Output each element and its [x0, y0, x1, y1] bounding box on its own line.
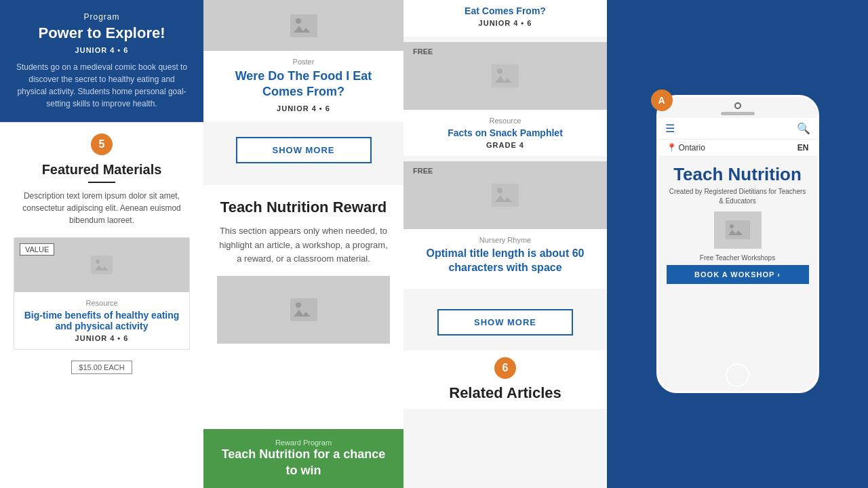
- phone-main-image: [714, 211, 762, 249]
- program-grade: JUNIOR 4 • 6: [14, 46, 190, 54]
- snack-resource-label: Resource: [412, 117, 599, 125]
- nursery-label: Nursery Rhyme: [412, 236, 599, 244]
- top-card-grade: JUNIOR 4 • 6: [410, 16, 600, 31]
- svg-point-3: [296, 18, 301, 24]
- avatar-badge: A: [651, 89, 673, 111]
- svg-rect-6: [492, 64, 519, 87]
- snack-grade: GRADE 4: [412, 141, 599, 149]
- poster-image: [203, 0, 403, 51]
- poster-card: Poster Were Do The Food I Eat Comes From…: [203, 0, 403, 122]
- language-selector[interactable]: EN: [797, 143, 809, 152]
- snack-pamphlet-card: FREE Resource Facts on Snack Pamphlet GR…: [403, 42, 607, 156]
- program-label: Program: [14, 12, 190, 22]
- svg-rect-2: [290, 14, 317, 37]
- svg-point-1: [96, 260, 100, 264]
- program-description: Students go on a medieval comic book que…: [14, 61, 190, 110]
- phone-menu-icon[interactable]: ☰: [665, 122, 675, 135]
- column-2: Poster Were Do The Food I Eat Comes From…: [203, 0, 403, 488]
- green-banner: Reward Program Teach Nutrition for a cha…: [203, 429, 403, 488]
- green-banner-label: Reward Program: [214, 439, 393, 447]
- svg-rect-4: [290, 298, 317, 321]
- phone-content: Teach Nutrition Created by Registered Di…: [658, 157, 817, 359]
- top-card: Eat Comes From? JUNIOR 4 • 6: [403, 0, 607, 37]
- snack-pamphlet-body: Resource Facts on Snack Pamphlet GRADE 4: [403, 110, 607, 156]
- phone-location: 📍 Ontario: [667, 143, 705, 152]
- reward-section: Teach Nutrition Reward This section appe…: [203, 185, 403, 429]
- nursery-image: FREE: [403, 161, 607, 229]
- svg-rect-0: [91, 256, 113, 274]
- column-3: Eat Comes From? JUNIOR 4 • 6 FREE Resour…: [403, 0, 607, 488]
- program-title: Power to Explore!: [14, 24, 190, 42]
- free-badge-2: FREE: [408, 165, 438, 176]
- poster-grade: JUNIOR 4 • 6: [203, 104, 403, 122]
- phone-speaker: [721, 112, 755, 115]
- phone-app-title: Teach Nutrition: [673, 165, 802, 184]
- svg-point-9: [497, 188, 502, 193]
- svg-point-7: [497, 68, 502, 74]
- phone-nav-bar: ☰ 🔍: [658, 118, 817, 140]
- value-card: VALUE Resource Big-time benefits of heal…: [14, 237, 190, 350]
- location-pin-icon: 📍: [667, 143, 677, 152]
- col3-show-more-button[interactable]: SHOW MORE: [437, 309, 573, 336]
- value-resource-title: Big-time benefits of healthy eating and …: [22, 310, 181, 331]
- price-badge: $15.00 EACH: [71, 361, 132, 374]
- reward-image: [217, 276, 390, 344]
- show-more-button[interactable]: SHOW MORE: [236, 137, 372, 163]
- program-hero: Program Power to Explore! JUNIOR 4 • 6 S…: [0, 0, 203, 122]
- phone-top-bar: [658, 97, 817, 118]
- free-badge-1: FREE: [408, 46, 438, 57]
- phone-home-button[interactable]: [726, 363, 749, 387]
- reward-title: Teach Nutrition Reward: [217, 199, 390, 216]
- phone-wrapper: A ☰ 🔍 📍 Ontario EN: [656, 95, 819, 393]
- featured-title: Featured Materials: [14, 162, 190, 178]
- svg-point-11: [730, 224, 734, 228]
- value-card-body: Resource Big-time benefits of healthy ea…: [14, 292, 189, 349]
- phone-app-subtitle: Created by Registered Dietitians for Tea…: [667, 187, 809, 206]
- phone-mockup: ☰ 🔍 📍 Ontario EN Teach Nutrition Created…: [656, 95, 819, 393]
- green-banner-title: Teach Nutrition for a chance to win: [214, 447, 393, 479]
- snack-resource-title: Facts on Snack Pamphlet: [412, 127, 599, 138]
- related-articles-section: 6 Related Articles: [403, 350, 607, 409]
- related-title: Related Articles: [414, 384, 596, 402]
- nursery-body: Nursery Rhyme Optimal title length is ab…: [403, 229, 607, 289]
- phone-camera: [734, 102, 741, 109]
- phone-location-bar: 📍 Ontario EN: [658, 140, 817, 157]
- featured-materials-section: 5 Featured Materials Description text lo…: [0, 122, 203, 385]
- nursery-title: Optimal title length is about 60 charact…: [412, 244, 599, 282]
- section-divider: [88, 182, 115, 183]
- svg-rect-8: [492, 184, 519, 207]
- reward-description: This section appears only when needed, t…: [217, 224, 390, 266]
- phone-search-icon[interactable]: 🔍: [797, 122, 810, 135]
- phone-workshop-label: Free Teacher Workshops: [700, 254, 775, 262]
- value-resource-label: Resource: [22, 299, 181, 307]
- svg-rect-10: [726, 220, 750, 239]
- nursery-card: FREE Nursery Rhyme Optimal title length …: [403, 161, 607, 289]
- featured-badge: 5: [91, 134, 113, 155]
- snack-pamphlet-image: FREE: [403, 42, 607, 110]
- top-card-title: Eat Comes From?: [410, 5, 600, 16]
- poster-title: Were Do The Food I Eat Comes From?: [203, 68, 403, 104]
- phone-column: A ☰ 🔍 📍 Ontario EN: [607, 0, 868, 488]
- book-workshop-button[interactable]: BOOK A WOKSHOP ›: [667, 265, 809, 284]
- featured-desc: Description text lorem ipsum dolor sit a…: [14, 190, 190, 226]
- location-text: Ontario: [679, 143, 705, 152]
- value-resource-grade: JUNIOR 4 • 6: [22, 334, 181, 342]
- column-1: Program Power to Explore! JUNIOR 4 • 6 S…: [0, 0, 203, 488]
- related-badge: 6: [494, 357, 516, 379]
- value-badge: VALUE: [20, 243, 54, 256]
- poster-label: Poster: [203, 51, 403, 68]
- svg-point-5: [296, 302, 301, 308]
